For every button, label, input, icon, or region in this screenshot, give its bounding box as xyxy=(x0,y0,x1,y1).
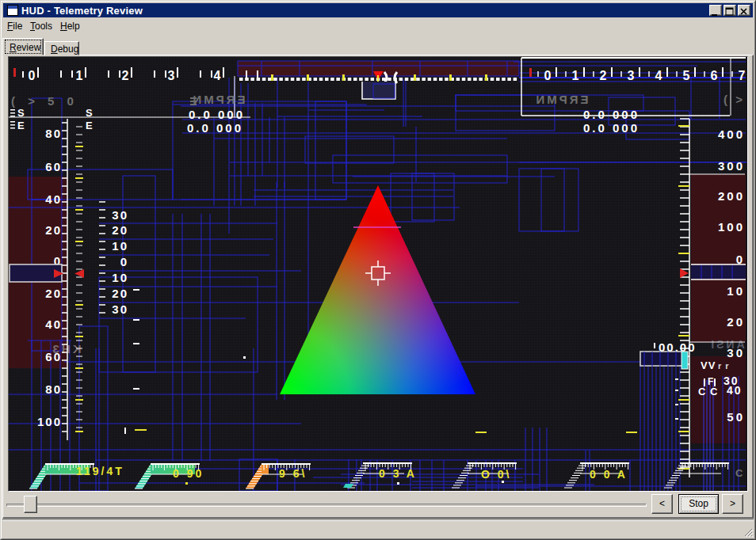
svg-text:0 90: 0 90 xyxy=(173,467,204,480)
svg-text:60: 60 xyxy=(45,350,62,363)
svg-text:ERPMN: ERPMN xyxy=(190,93,245,106)
svg-text:E: E xyxy=(86,120,93,131)
svg-text:VV: VV xyxy=(701,359,716,371)
svg-text:( >: ( > xyxy=(724,93,745,106)
svg-text:80: 80 xyxy=(45,127,62,140)
svg-text:10: 10 xyxy=(112,239,128,253)
svg-text:C C: C C xyxy=(698,386,718,397)
svg-text:S: S xyxy=(86,107,93,119)
svg-text:60: 60 xyxy=(45,160,62,173)
svg-text:2: 2 xyxy=(600,69,607,82)
svg-text:200: 200 xyxy=(718,189,745,203)
svg-text:20: 20 xyxy=(112,287,128,300)
svg-text:0.0 000: 0.0 000 xyxy=(189,108,245,121)
svg-text:5: 5 xyxy=(683,69,690,82)
svg-text:7: 7 xyxy=(739,69,746,82)
svg-text:10: 10 xyxy=(112,271,128,284)
svg-text:100: 100 xyxy=(37,415,62,428)
svg-text:50: 50 xyxy=(727,410,745,424)
svg-text:30: 30 xyxy=(112,302,128,316)
svg-text:0.0 000: 0.0 000 xyxy=(187,121,243,135)
svg-text:40: 40 xyxy=(45,192,62,206)
svg-text:0: 0 xyxy=(29,69,36,82)
svg-text:6: 6 xyxy=(711,69,718,82)
svg-text:100: 100 xyxy=(718,220,745,234)
svg-text:0: 0 xyxy=(120,255,128,268)
svg-text:1: 1 xyxy=(572,69,579,82)
svg-text:300: 300 xyxy=(718,159,745,173)
svg-text:30: 30 xyxy=(112,208,128,222)
svg-text:20: 20 xyxy=(727,315,745,329)
svg-text:20: 20 xyxy=(45,287,62,300)
svg-text:40: 40 xyxy=(45,318,62,331)
svg-text:20: 20 xyxy=(112,223,128,237)
svg-text:C: C xyxy=(735,467,743,479)
svg-text:( > 5 0: ( > 5 0 xyxy=(11,94,78,108)
svg-text:0 0 A: 0 0 A xyxy=(590,468,628,481)
svg-text:3: 3 xyxy=(628,69,635,82)
svg-text:3: 3 xyxy=(168,69,175,82)
svg-text:S: S xyxy=(17,107,25,119)
svg-text:9 6\: 9 6\ xyxy=(279,467,307,480)
svg-text:400: 400 xyxy=(718,127,745,141)
svg-text:10: 10 xyxy=(727,284,745,298)
svg-text:ERPMN: ERPMN xyxy=(533,93,588,106)
svg-text:30: 30 xyxy=(727,346,745,359)
svg-text:119/4T: 119/4T xyxy=(76,465,124,477)
svg-text:1: 1 xyxy=(76,69,83,82)
svg-text:0.0 000: 0.0 000 xyxy=(583,108,640,121)
svg-text:E: E xyxy=(17,120,25,131)
svg-text:4: 4 xyxy=(655,69,662,82)
svg-text:0: 0 xyxy=(544,69,552,82)
svg-text:O 0\: O 0\ xyxy=(481,468,511,481)
svg-text:80: 80 xyxy=(45,382,62,396)
svg-text:20: 20 xyxy=(45,223,62,237)
svg-text:r r: r r xyxy=(718,361,730,371)
svg-text:0 3 A: 0 3 A xyxy=(379,467,417,480)
svg-text:0.0 000: 0.0 000 xyxy=(583,121,640,135)
svg-text:4: 4 xyxy=(214,69,221,82)
svg-text:2: 2 xyxy=(122,69,129,82)
svg-text:40: 40 xyxy=(727,384,743,397)
